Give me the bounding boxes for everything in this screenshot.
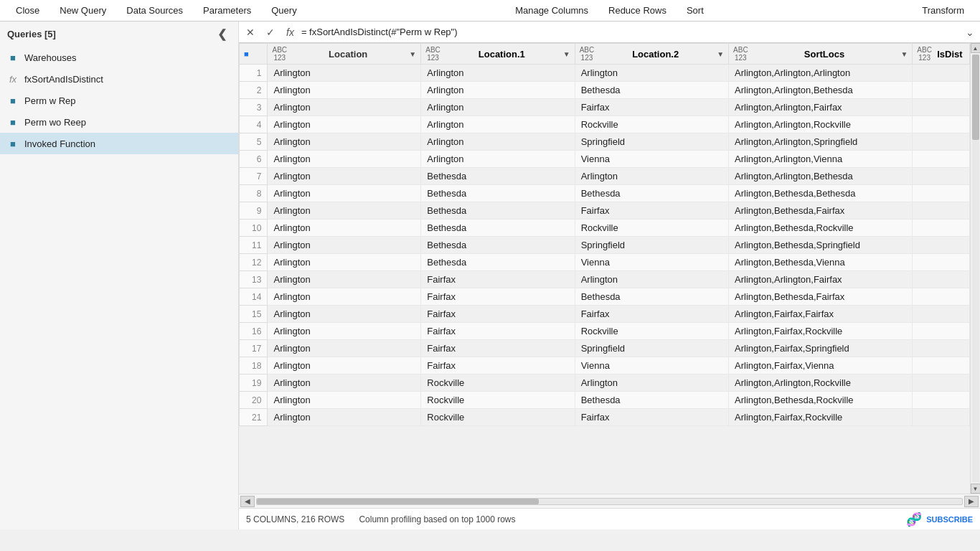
cell-location: Arlington: [268, 288, 421, 306]
cell-location: Arlington: [268, 65, 421, 82]
vertical-scrollbar[interactable]: ▲ ▼: [970, 43, 980, 494]
col-dropdown-location[interactable]: ▼: [409, 50, 416, 58]
table-row: 7ArlingtonBethesdaArlingtonArlington,Arl…: [240, 168, 970, 185]
cell-location1: Rockville: [421, 409, 575, 426]
column-header-isdist[interactable]: ABC123 IsDist: [913, 44, 970, 65]
menu-parameters[interactable]: Parameters: [193, 2, 261, 19]
cell-sortlocs: Arlington,Fairfax,Fairfax: [729, 306, 913, 323]
cell-isdist: [913, 409, 970, 426]
cell-isdist: [913, 185, 970, 202]
subscribe-area: 🧬 SUBSCRIBE: [906, 512, 973, 527]
cell-location: Arlington: [268, 220, 421, 237]
sidebar-header: Queries [5] ❮: [0, 22, 238, 47]
cell-location: Arlington: [268, 392, 421, 409]
sidebar-collapse-button[interactable]: ❮: [213, 26, 231, 42]
table-row: 18ArlingtonFairfaxViennaArlington,Fairfa…: [240, 357, 970, 375]
col-name-sortlocs: SortLocs: [751, 49, 898, 60]
menu-new-query[interactable]: New Query: [50, 2, 116, 19]
row-number: 6: [240, 151, 268, 168]
formula-input[interactable]: [301, 27, 960, 37]
hscroll-right-button[interactable]: ▶: [964, 496, 979, 507]
cell-isdist: [913, 168, 970, 185]
sidebar-item-fxsort[interactable]: fx fxSortAndIsDistinct: [0, 68, 238, 90]
row-number: 2: [240, 82, 268, 99]
cell-location1: Fairfax: [421, 323, 575, 340]
cell-location: Arlington: [268, 340, 421, 357]
cell-location: Arlington: [268, 254, 421, 271]
vscroll-down-button[interactable]: ▼: [971, 484, 981, 494]
cell-location1: Bethesda: [421, 254, 575, 271]
menu-query[interactable]: Query: [261, 2, 306, 19]
sidebar-item-warehouses[interactable]: ■ Warehouses: [0, 47, 238, 68]
cell-location2: Vienna: [575, 254, 728, 271]
menu-manage-columns[interactable]: Manage Columns: [505, 2, 598, 19]
menu-close[interactable]: Close: [6, 2, 50, 19]
column-header-location2[interactable]: ABC123 Location.2 ▼: [575, 44, 728, 65]
col-dropdown-location1[interactable]: ▼: [563, 50, 570, 58]
cell-isdist: [913, 202, 970, 220]
cell-sortlocs: Arlington,Fairfax,Springfield: [729, 340, 913, 357]
cell-location: Arlington: [268, 357, 421, 375]
cell-isdist: [913, 323, 970, 340]
cell-location: Arlington: [268, 409, 421, 426]
cell-sortlocs: Arlington,Arlington,Springfield: [729, 133, 913, 151]
table-row: 10ArlingtonBethesdaRockvilleArlington,Be…: [240, 220, 970, 237]
cell-sortlocs: Arlington,Fairfax,Rockville: [729, 323, 913, 340]
horizontal-scrollbar[interactable]: ◀ ▶: [239, 494, 980, 508]
cell-isdist: [913, 340, 970, 357]
row-number: 20: [240, 392, 268, 409]
cell-location1: Arlington: [421, 116, 575, 133]
menu-transform[interactable]: Transform: [912, 2, 974, 19]
column-header-sortlocs[interactable]: ABC123 SortLocs ▼: [729, 44, 913, 65]
hscroll-left-button[interactable]: ◀: [240, 496, 255, 507]
row-number: 16: [240, 323, 268, 340]
menu-data-sources[interactable]: Data Sources: [116, 2, 193, 19]
cell-location2: Springfield: [575, 237, 728, 254]
table-icon: ■: [7, 95, 19, 106]
cell-isdist: [913, 254, 970, 271]
row-number: 12: [240, 254, 268, 271]
cell-isdist: [913, 65, 970, 82]
menu-reduce-rows[interactable]: Reduce Rows: [598, 2, 677, 19]
data-table: ■ ABC123 Location ▼: [239, 43, 970, 426]
cell-isdist: [913, 82, 970, 99]
cell-isdist: [913, 151, 970, 168]
sidebar-item-invoked-function[interactable]: ■ Invoked Function: [0, 133, 238, 154]
column-header-location[interactable]: ABC123 Location ▼: [268, 44, 421, 65]
vscroll-thumb[interactable]: [972, 55, 979, 140]
col-dropdown-sortlocs[interactable]: ▼: [900, 50, 908, 58]
cell-location: Arlington: [268, 151, 421, 168]
subscribe-label: SUBSCRIBE: [926, 515, 973, 524]
hscroll-thumb[interactable]: [257, 499, 539, 504]
row-number: 10: [240, 220, 268, 237]
cell-location2: Fairfax: [575, 409, 728, 426]
column-header-location1[interactable]: ABC123 Location.1 ▼: [421, 44, 575, 65]
menu-sort[interactable]: Sort: [677, 2, 714, 19]
cell-location1: Fairfax: [421, 357, 575, 375]
cell-location: Arlington: [268, 271, 421, 288]
vscroll-up-button[interactable]: ▲: [971, 43, 981, 53]
vscroll-track[interactable]: [972, 55, 979, 482]
cell-sortlocs: Arlington,Bethesda,Fairfax: [729, 288, 913, 306]
cell-location1: Arlington: [421, 82, 575, 99]
hscroll-track[interactable]: [256, 498, 963, 505]
formula-accept-button[interactable]: ✓: [262, 24, 279, 41]
col-dropdown-location2[interactable]: ▼: [717, 50, 724, 58]
cell-location2: Springfield: [575, 133, 728, 151]
formula-cancel-button[interactable]: ✕: [242, 24, 259, 41]
col-type-location: ABC123: [272, 46, 287, 62]
table-row: 4ArlingtonArlingtonRockvilleArlington,Ar…: [240, 116, 970, 133]
table-row: 3ArlingtonArlingtonFairfaxArlington,Arli…: [240, 99, 970, 116]
fx-icon: fx: [7, 73, 19, 85]
cell-sortlocs: Arlington,Arlington,Vienna: [729, 151, 913, 168]
right-panel: ✕ ✓ fx ⌄ ■: [239, 22, 980, 529]
sidebar-item-label: Warehouses: [24, 52, 77, 63]
cell-location: Arlington: [268, 168, 421, 185]
table-row: 12ArlingtonBethesdaViennaArlington,Bethe…: [240, 254, 970, 271]
table-row: 1ArlingtonArlingtonArlingtonArlington,Ar…: [240, 65, 970, 82]
sidebar-item-perm-wo-reep[interactable]: ■ Perm wo Reep: [0, 111, 238, 133]
sidebar-item-perm-w-rep[interactable]: ■ Perm w Rep: [0, 90, 238, 111]
data-table-wrapper[interactable]: ■ ABC123 Location ▼: [239, 43, 970, 494]
formula-expand-icon[interactable]: ⌄: [963, 27, 977, 38]
cell-location: Arlington: [268, 323, 421, 340]
